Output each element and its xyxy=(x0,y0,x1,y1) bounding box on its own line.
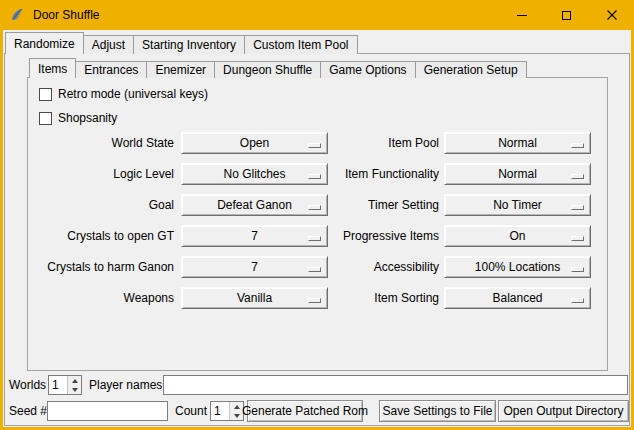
retro-mode-checkbox-row[interactable]: Retro mode (universal keys) xyxy=(39,86,208,102)
dropdown-value: No Glitches xyxy=(223,167,285,181)
dropdown-indicator-icon xyxy=(571,143,584,148)
titlebar: Door Shuffle xyxy=(0,0,634,30)
spin-down-icon[interactable] xyxy=(68,385,81,394)
tab-entrances[interactable]: Entrances xyxy=(76,61,147,78)
dropdown-indicator-icon xyxy=(571,205,584,210)
save-settings-button[interactable]: Save Settings to File xyxy=(379,400,496,422)
worlds-label: Worlds xyxy=(9,375,46,395)
logic-level-dropdown[interactable]: No Glitches xyxy=(181,163,328,185)
tab-label: Entrances xyxy=(84,63,138,77)
tab-dungeon-shuffle[interactable]: Dungeon Shuffle xyxy=(215,61,321,78)
dropdown-value: Balanced xyxy=(492,291,542,305)
dropdown-value: On xyxy=(509,229,525,243)
tab-label: Randomize xyxy=(14,37,75,51)
progressive-items-dropdown[interactable]: On xyxy=(444,225,591,247)
tab-items[interactable]: Items xyxy=(29,58,76,78)
tab-randomize[interactable]: Randomize xyxy=(5,32,84,54)
dropdown-value: Open xyxy=(240,136,269,150)
dropdown-indicator-icon xyxy=(571,236,584,241)
tab-label: Adjust xyxy=(92,38,125,52)
generate-patched-rom-button[interactable]: Generate Patched Rom xyxy=(247,400,363,422)
item-sorting-dropdown[interactable]: Balanced xyxy=(444,287,591,309)
tab-label: Game Options xyxy=(329,63,406,77)
item-functionality-label: Item Functionality xyxy=(308,163,439,185)
dropdown-value: 7 xyxy=(251,229,258,243)
timer-setting-label: Timer Setting xyxy=(308,194,439,216)
sub-tab-bar: Items Entrances Enemizer Dungeon Shuffle… xyxy=(29,58,527,78)
item-pool-dropdown[interactable]: Normal xyxy=(444,132,591,154)
shopsanity-checkbox[interactable] xyxy=(39,112,52,125)
crystals-gt-label: Crystals to open GT xyxy=(28,225,174,247)
crystals-ganon-dropdown[interactable]: 7 xyxy=(181,256,328,278)
tab-enemizer[interactable]: Enemizer xyxy=(147,61,215,78)
tab-label: Items xyxy=(38,62,67,76)
dropdown-value: Defeat Ganon xyxy=(217,198,292,212)
dropdown-value: 100% Locations xyxy=(475,260,560,274)
count-spinbox[interactable]: 1 xyxy=(210,401,244,421)
player-names-label: Player names xyxy=(89,375,162,395)
app-window: Door Shuffle Randomize Adjust Starting I… xyxy=(0,0,634,430)
dropdown-value: 7 xyxy=(251,260,258,274)
dropdown-indicator-icon xyxy=(571,267,584,272)
item-pool-label: Item Pool xyxy=(308,132,439,154)
app-icon xyxy=(9,7,25,23)
timer-setting-dropdown[interactable]: No Timer xyxy=(444,194,591,216)
spin-up-icon[interactable] xyxy=(68,376,81,385)
open-output-directory-button[interactable]: Open Output Directory xyxy=(498,400,629,422)
client-area: Randomize Adjust Starting Inventory Cust… xyxy=(3,30,631,427)
item-functionality-dropdown[interactable]: Normal xyxy=(444,163,591,185)
window-title: Door Shuffle xyxy=(33,0,100,30)
progressive-items-label: Progressive Items xyxy=(308,225,439,247)
maximize-icon xyxy=(562,11,571,20)
retro-mode-label: Retro mode (universal keys) xyxy=(58,87,208,101)
count-value: 1 xyxy=(214,403,221,419)
count-label: Count xyxy=(175,401,207,421)
logic-level-label: Logic Level xyxy=(28,163,174,185)
crystals-ganon-label: Crystals to harm Ganon xyxy=(28,256,174,278)
worlds-spinbox[interactable]: 1 xyxy=(48,375,82,395)
world-state-label: World State xyxy=(28,132,174,154)
item-sorting-label: Item Sorting xyxy=(308,287,439,309)
shopsanity-checkbox-row[interactable]: Shopsanity xyxy=(39,110,117,126)
dropdown-value: Normal xyxy=(498,167,537,181)
dropdown-indicator-icon xyxy=(571,298,584,303)
maximize-button[interactable] xyxy=(544,0,589,30)
player-names-input[interactable] xyxy=(163,375,628,395)
retro-mode-checkbox[interactable] xyxy=(39,88,52,101)
accessibility-dropdown[interactable]: 100% Locations xyxy=(444,256,591,278)
items-pane: Retro mode (universal keys) Shopsanity W… xyxy=(27,77,608,371)
tab-adjust[interactable]: Adjust xyxy=(84,35,134,54)
tab-game-options[interactable]: Game Options xyxy=(321,61,415,78)
dropdown-value: Normal xyxy=(498,136,537,150)
worlds-spinner-arrows xyxy=(67,376,81,394)
tab-label: Generation Setup xyxy=(424,63,518,77)
tab-generation-setup[interactable]: Generation Setup xyxy=(416,61,527,78)
dropdown-value: Vanilla xyxy=(237,291,272,305)
seed-label: Seed # xyxy=(9,401,47,421)
tab-label: Dungeon Shuffle xyxy=(223,63,312,77)
tab-starting-inventory[interactable]: Starting Inventory xyxy=(134,35,245,54)
close-icon xyxy=(607,10,617,20)
close-button[interactable] xyxy=(589,0,634,30)
shopsanity-label: Shopsanity xyxy=(58,111,117,125)
crystals-gt-dropdown[interactable]: 7 xyxy=(181,225,328,247)
tab-custom-item-pool[interactable]: Custom Item Pool xyxy=(245,35,357,54)
worlds-value: 1 xyxy=(52,377,59,393)
accessibility-label: Accessibility xyxy=(308,256,439,278)
seed-input[interactable] xyxy=(47,401,168,421)
minimize-button[interactable] xyxy=(499,0,544,30)
goal-label: Goal xyxy=(28,194,174,216)
goal-dropdown[interactable]: Defeat Ganon xyxy=(181,194,328,216)
tab-label: Enemizer xyxy=(155,63,206,77)
main-tab-bar: Randomize Adjust Starting Inventory Cust… xyxy=(5,32,358,54)
dropdown-value: No Timer xyxy=(493,198,542,212)
dropdown-indicator-icon xyxy=(571,174,584,179)
count-spinner-arrows xyxy=(229,402,243,420)
tab-label: Custom Item Pool xyxy=(253,38,348,52)
world-state-dropdown[interactable]: Open xyxy=(181,132,328,154)
weapons-dropdown[interactable]: Vanilla xyxy=(181,287,328,309)
minimize-icon xyxy=(517,15,527,16)
weapons-label: Weapons xyxy=(28,287,174,309)
tab-label: Starting Inventory xyxy=(142,38,236,52)
